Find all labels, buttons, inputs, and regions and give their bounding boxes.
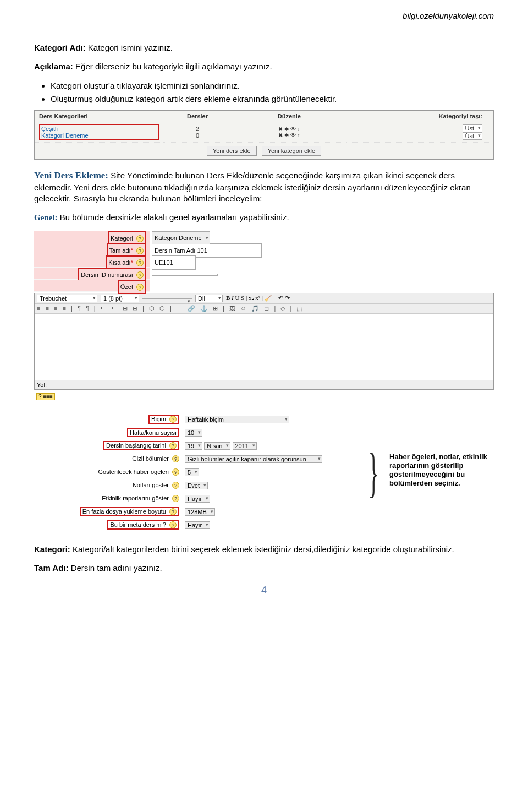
edit-icons[interactable]: ✖ ✱ 👁 ↓ [278, 126, 300, 132]
label-tam-adi: Tam adı [109, 247, 131, 254]
course-settings-screenshot: Biçim ?Haftalık biçim Hafta/konu sayısı1… [34, 413, 494, 532]
select-kategori[interactable]: Kategori Deneme [152, 231, 210, 244]
list-item: Kategori oluştur'a tıklayarak işleminizi… [51, 80, 494, 91]
select-haber[interactable]: 5 [185, 468, 199, 476]
smiley-toggle[interactable]: ? ≡≡≡ [36, 393, 55, 400]
new-course-button[interactable]: Yeni ders ekle [207, 146, 257, 156]
brace-icon: } [368, 448, 378, 498]
select-bicim[interactable]: Haftalık biçim [185, 416, 289, 423]
label-gizli: Gizli bölümler [132, 455, 169, 462]
help-icon[interactable]: ? [136, 284, 144, 291]
label-haber: Gösterilecek haber ögeleri [98, 468, 169, 475]
help-icon[interactable]: ? [169, 442, 177, 449]
list-item: Oluşturmuş olduğunuz kategori artık ders… [51, 94, 494, 105]
help-icon[interactable]: ? [172, 455, 179, 462]
label-ozet: Özet [120, 284, 133, 290]
help-icon[interactable]: ? [136, 271, 144, 279]
para-aciklama: Açıklama: Eğer dilerseniz bu kategoriyle… [34, 61, 494, 72]
label-kisa-adi: Kısa adı [108, 259, 130, 266]
select-etkinlik[interactable]: Hayır [185, 495, 210, 503]
page-number: 4 [34, 585, 494, 596]
help-icon[interactable]: ? [136, 235, 144, 242]
th-kategoriler: Ders Kategorileri [35, 111, 163, 122]
select-month[interactable]: Nisan [204, 442, 230, 450]
annotation-note: Haber ögeleri, notlar, etkinlik raporlar… [389, 453, 491, 488]
label-dosya: En fazla dosya yükleme boyutu [82, 508, 166, 515]
help-icon[interactable]: ? [172, 468, 179, 476]
label-hafta: Hafta/konu sayısı [130, 429, 177, 436]
para-yeni-ders: Yeni Ders Ekleme: Site Yönetiminde bulun… [34, 170, 494, 204]
format-buttons[interactable]: B I U S | x₂ x² | 🧹 | [226, 295, 275, 302]
label-etkinlik: Etkinlik raporlarını göster [102, 495, 169, 502]
rich-text-editor[interactable]: Trebuchet 1 (8 pt) Dil B I U S | x₂ x² |… [34, 293, 494, 390]
help-icon[interactable]: ? [172, 495, 179, 502]
new-category-button[interactable]: Yeni kategori ekle [262, 146, 321, 156]
course-count: 0 [196, 132, 199, 139]
para-genel: Genel: Bu bölümde dersinizle alakalı gen… [34, 212, 494, 223]
label-tarih: Dersin başlangıç tarihi [106, 442, 166, 449]
lang-select[interactable]: Dil [195, 295, 223, 302]
header-url: bilgi.ozeldunyakoleji.com [34, 11, 494, 20]
bullet-list: Kategori oluştur'a tıklayarak işleminizi… [51, 80, 494, 105]
label-bicim: Biçim [151, 416, 166, 422]
th-dersler: Dersler [163, 111, 232, 122]
help-icon[interactable]: ? [169, 416, 177, 423]
help-icon[interactable]: ? [169, 521, 177, 528]
select-meta[interactable]: Hayır [185, 521, 210, 529]
label-not: Notları göster [133, 482, 169, 488]
label-kategori: Kategori [111, 235, 133, 242]
select-day[interactable]: 19 [185, 442, 202, 450]
label-id: Dersin ID numarası [81, 271, 133, 278]
editor-body[interactable] [35, 314, 493, 380]
font-select[interactable]: Trebuchet [37, 295, 97, 302]
th-tasi: Kategoriyi taşı: [346, 111, 493, 122]
table-row: ÇeşitliKategori Deneme 20 ✖ ✱ 👁 ↓✖ ✱ 👁 ↑… [35, 122, 493, 143]
editor-path: Yol: [35, 380, 493, 389]
select-gizli[interactable]: Gizli bölümler açılır-kapanır olarak gör… [185, 455, 322, 463]
input-id[interactable] [152, 274, 218, 276]
select-hafta[interactable]: 10 [185, 429, 202, 437]
undo-redo-buttons[interactable]: ↶ ↷ [278, 295, 290, 302]
category-link[interactable]: Çeşitli [41, 126, 58, 132]
size-select[interactable]: 1 (8 pt) [101, 295, 139, 302]
edit-icons[interactable]: ✖ ✱ 👁 ↑ [278, 132, 300, 138]
move-select[interactable]: Üst [463, 124, 483, 132]
select-not[interactable]: Evet [185, 482, 208, 489]
th-duzenle: Düzenle [232, 111, 347, 122]
select-year[interactable]: 2011 [233, 442, 257, 450]
select-dosya[interactable]: 128MB [185, 508, 215, 516]
para-kategori-desc: Kategori: Kategori/alt kategorilerden bi… [34, 544, 494, 555]
editor-toolbar-2[interactable]: ≡ ≡ ≡ ≡ | ¶ ¶ | ≔ ≔ ⊞ ⊟ | ⬡ ⬡ | — 🔗 ⚓ ⊞ … [35, 304, 493, 314]
move-select[interactable]: Üst [463, 132, 483, 140]
style-select[interactable] [142, 298, 192, 299]
course-count: 2 [196, 126, 199, 132]
category-table-screenshot: Ders Kategorileri Dersler Düzenle Katego… [34, 110, 494, 160]
help-icon[interactable]: ? [136, 247, 144, 254]
help-icon[interactable]: ? [169, 508, 177, 515]
para-kategori-adi: Kategori Adı: Kategori ismini yazınız. [34, 42, 494, 53]
course-form-screenshot: Kategori ? Kategori Deneme Tam adı* ? De… [34, 231, 494, 402]
para-tam-adi-desc: Tam Adı: Dersin tam adını yazınız. [34, 563, 494, 574]
label-meta: Bu bir meta ders mi? [110, 521, 166, 528]
help-icon[interactable]: ? [172, 482, 179, 489]
category-link[interactable]: Kategori Deneme [41, 132, 89, 139]
help-icon[interactable]: ? [136, 259, 144, 266]
